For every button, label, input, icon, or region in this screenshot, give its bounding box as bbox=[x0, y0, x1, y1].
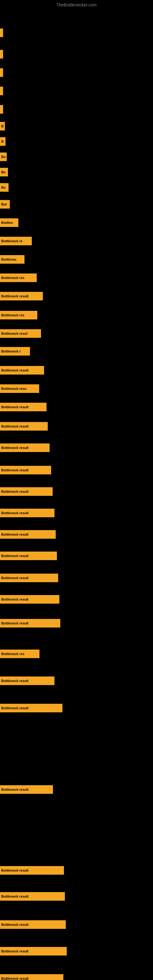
bar-label: Bo bbox=[1, 170, 6, 174]
bar-label: Bottleneck result bbox=[1, 679, 29, 682]
bar-container bbox=[0, 49, 153, 59]
bar bbox=[0, 29, 3, 37]
bar-container: Bo bbox=[0, 152, 153, 161]
bar bbox=[0, 105, 3, 114]
bar: Bottleneck result bbox=[0, 866, 64, 875]
bar-label: Bottleneck re bbox=[1, 239, 22, 243]
bar: Bottleneck result bbox=[0, 444, 49, 452]
bar-container: Bottleneck result bbox=[0, 508, 153, 517]
bar: Bottlenec bbox=[0, 255, 24, 264]
bar-label: Bottleneck r bbox=[1, 350, 21, 353]
bar: Bottleneck result bbox=[0, 704, 62, 712]
bar: Bottleneck result bbox=[0, 974, 63, 980]
bar: Bottleneck resu bbox=[0, 384, 39, 393]
bar-container: Bo bbox=[0, 183, 153, 192]
bar-container: B bbox=[0, 137, 153, 146]
bar-label: Bo bbox=[1, 155, 6, 159]
bar-container: Bottleneck result bbox=[0, 703, 153, 713]
bar-container: Bottlen bbox=[0, 218, 153, 227]
bar: Bottlen bbox=[0, 218, 18, 227]
bar-label: Bottleneck result bbox=[1, 576, 29, 580]
bar-container: Bottleneck result bbox=[0, 595, 153, 604]
bar: Bottleneck result bbox=[0, 552, 57, 560]
bar-label: Bottleneck result bbox=[1, 368, 29, 372]
bar: Bottleneck res bbox=[0, 311, 37, 320]
bar: Bottleneck resul bbox=[0, 329, 41, 338]
bar: Bo bbox=[0, 183, 9, 192]
bar-container: Bottleneck result bbox=[0, 422, 153, 431]
bar-label: Bottleneck result bbox=[1, 788, 29, 791]
bar: Bottleneck result bbox=[0, 466, 51, 474]
bar-label: Bottleneck result bbox=[1, 468, 29, 472]
bar-label: Bottleneck res bbox=[1, 652, 24, 656]
bar-container: Bottleneck result bbox=[0, 466, 153, 475]
bar-label: B bbox=[1, 140, 4, 143]
bar-label: Bottleneck result bbox=[1, 490, 29, 493]
bar-container: Bottleneck result bbox=[0, 676, 153, 686]
bar-label: Bo bbox=[1, 186, 6, 189]
bar-label: Bot bbox=[1, 202, 7, 206]
bar-label: Bottlen bbox=[1, 221, 13, 224]
bar-label: Bottleneck res bbox=[1, 276, 24, 280]
bar: Bottleneck result bbox=[0, 292, 43, 301]
bar-label: Bottleneck result bbox=[1, 869, 29, 872]
bar-container: Bottleneck result bbox=[0, 866, 153, 875]
bar-container: Bottleneck result bbox=[0, 619, 153, 628]
bar-label: Bottleneck resul bbox=[1, 332, 27, 335]
bar: Bottleneck result bbox=[0, 574, 58, 582]
bar: Bottleneck result bbox=[0, 530, 56, 539]
bar-label: Bottleneck result bbox=[1, 706, 29, 710]
bar-container: Bottleneck result bbox=[0, 487, 153, 496]
bar-container: Bottleneck resu bbox=[0, 384, 153, 393]
bar-label: Bottleneck res bbox=[1, 313, 24, 317]
bar-container: Bottleneck result bbox=[0, 402, 153, 412]
bar: Bottleneck re bbox=[0, 237, 32, 245]
bar: Bo bbox=[0, 153, 7, 161]
bar: Bottleneck result bbox=[0, 487, 53, 496]
bar-container: Bottleneck result bbox=[0, 530, 153, 539]
bar bbox=[0, 50, 3, 59]
bar: Bottleneck result bbox=[0, 892, 65, 901]
bar-container: Bottleneck re bbox=[0, 236, 153, 246]
bar-container: Bottleneck result bbox=[0, 551, 153, 560]
bar-container bbox=[0, 86, 153, 95]
bar: Bottleneck res bbox=[0, 274, 37, 282]
bar-container: Bottleneck res bbox=[0, 649, 153, 659]
site-title-container: TheBottlenecker.com bbox=[0, 0, 153, 10]
bar: Bottleneck result bbox=[0, 676, 54, 685]
bar-label: Bottleneck resu bbox=[1, 387, 27, 390]
bar: Bottleneck result bbox=[0, 619, 60, 627]
bar: Bottleneck result bbox=[0, 920, 66, 929]
bar-container: Bottleneck result bbox=[0, 443, 153, 452]
bar-label: Bottleneck result bbox=[1, 598, 29, 601]
bar-label: Bottleneck result bbox=[1, 425, 29, 428]
bar-container: Bottleneck result bbox=[0, 920, 153, 929]
bar-label: B bbox=[1, 124, 4, 128]
bar-container: Bottleneck res bbox=[0, 310, 153, 320]
bar: Bot bbox=[0, 200, 10, 208]
bar-label: Bottleneck result bbox=[1, 923, 29, 926]
bar-label: Bottleneck result bbox=[1, 621, 29, 625]
bar: Bottleneck result bbox=[0, 509, 54, 517]
bars-wrapper: BBBoBoBoBotBottlenBottleneck reBottlenec… bbox=[0, 10, 153, 980]
bar-container: Bottleneck result bbox=[0, 974, 153, 980]
bar: Bottleneck result bbox=[0, 785, 53, 794]
site-title: TheBottlenecker.com bbox=[0, 0, 153, 10]
bar: Bo bbox=[0, 168, 8, 177]
bar-container: Bottlenec bbox=[0, 255, 153, 264]
bar-container: Bottleneck r bbox=[0, 347, 153, 356]
bar-label: Bottleneck result bbox=[1, 554, 29, 558]
bar-label: Bottleneck result bbox=[1, 533, 29, 536]
bar-container: Bottleneck result bbox=[0, 366, 153, 375]
bar-container: Bottleneck result bbox=[0, 947, 153, 956]
bar-label: Bottleneck result bbox=[1, 977, 29, 980]
bar bbox=[0, 87, 3, 95]
bar: B bbox=[0, 137, 5, 146]
bar-container: Bottleneck result bbox=[0, 785, 153, 794]
bar-container bbox=[0, 28, 153, 37]
bar-label: Bottleneck result bbox=[1, 294, 29, 298]
bar-label: Bottleneck result bbox=[1, 894, 29, 898]
bar: Bottleneck result bbox=[0, 947, 67, 956]
bar: Bottleneck r bbox=[0, 347, 30, 356]
bar-container bbox=[0, 68, 153, 77]
